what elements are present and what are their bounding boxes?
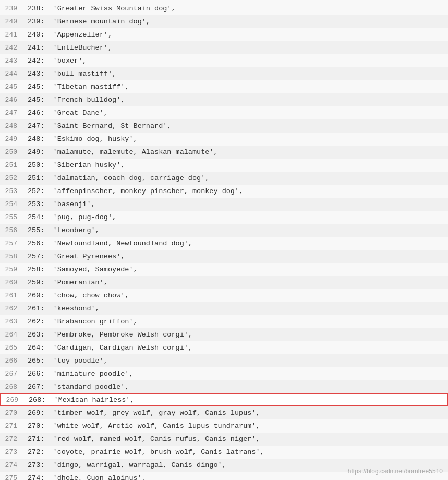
line-content: 265: 'toy poodle', [23,357,448,365]
line-content: 245: 'Tibetan mastiff', [23,83,448,91]
code-line: 257256: 'Newfoundland, Newfoundland dog'… [0,237,448,250]
line-number: 271 [0,422,23,430]
line-number: 250 [0,148,23,156]
line-content: 269: 'timber wolf, grey wolf, gray wolf,… [23,409,448,417]
code-line: 251250: 'Siberian husky', [0,159,448,172]
line-content: 255: 'Leonberg', [23,226,448,234]
line-content: 268: 'Mexican hairless', [25,396,447,404]
line-content: 248: 'Eskimo dog, husky', [23,135,448,143]
line-content: 273: 'dingo, warrigal, warragal, Canis d… [23,461,448,469]
line-content: 251: 'dalmatian, coach dog, carriage dog… [23,174,448,182]
line-number: 246 [0,96,23,104]
code-line: 248247: 'Saint Bernard, St Bernard', [0,119,448,133]
line-content: 256: 'Newfoundland, Newfoundland dog', [23,239,448,247]
line-content: 270: 'white wolf, Arctic wolf, Canis lup… [23,422,448,430]
code-line: 260259: 'Pomeranian', [0,276,448,289]
code-line: 244243: 'bull mastiff', [0,67,448,80]
line-content: 243: 'bull mastiff', [23,70,448,78]
line-number: 264 [0,331,23,339]
line-number: 255 [0,213,23,221]
line-content: 261: 'keeshond', [23,305,448,313]
code-line: 254253: 'basenji', [0,198,448,211]
line-number: 261 [0,292,23,299]
code-line: 273272: 'coyote, prairie wolf, brush wol… [0,446,448,459]
line-content: 258: 'Samoyed, Samoyede', [23,266,448,273]
line-content: 254: 'pug, pug-dog', [23,213,448,221]
line-number: 247 [0,109,23,117]
line-content: 252: 'affenpinscher, monkey pinscher, mo… [23,187,448,195]
code-line: 253252: 'affenpinscher, monkey pinscher,… [0,185,448,198]
code-line: 247246: 'Great Dane', [0,106,448,119]
line-content: 239: 'Bernese mountain dog', [23,18,448,26]
code-line: 241240: 'Appenzeller', [0,28,448,41]
line-content: 257: 'Great Pyrenees', [23,253,448,260]
line-number: 240 [0,18,23,26]
code-line: 263262: 'Brabancon griffon', [0,315,448,328]
code-line: 262261: 'keeshond', [0,302,448,315]
line-number: 263 [0,318,23,326]
line-number: 268 [0,383,23,391]
code-line: 250249: 'malamute, malemute, Alaskan mal… [0,146,448,159]
code-line: 266265: 'toy poodle', [0,354,448,367]
line-number: 272 [0,435,23,443]
code-line: 255254: 'pug, pug-dog', [0,211,448,224]
code-line: 256255: 'Leonberg', [0,224,448,237]
line-content: 238: 'Greater Swiss Mountain dog', [23,5,448,13]
line-content: 272: 'coyote, prairie wolf, brush wolf, … [23,448,448,456]
code-line: 272271: 'red wolf, maned wolf, Canis ruf… [0,433,448,446]
line-number: 259 [0,266,23,273]
line-number: 256 [0,226,23,234]
line-content: 259: 'Pomeranian', [23,279,448,286]
code-line: 265264: 'Cardigan, Cardigan Welsh corgi'… [0,341,448,354]
line-content: 245: 'French bulldog', [23,96,448,104]
code-line: 240239: 'Bernese mountain dog', [0,15,448,28]
line-content: 271: 'red wolf, maned wolf, Canis rufus,… [23,435,448,443]
code-line: 274273: 'dingo, warrigal, warragal, Cani… [0,459,448,472]
line-content: 242: 'boxer', [23,57,448,65]
line-number: 273 [0,448,23,456]
line-content: 253: 'basenji', [23,200,448,208]
code-line: 245245: 'Tibetan mastiff', [0,80,448,93]
line-content: 240: 'Appenzeller', [23,31,448,39]
code-line: 268267: 'standard poodle', [0,380,448,393]
line-content: 262: 'Brabancon griffon', [23,318,448,326]
code-line: 271270: 'white wolf, Arctic wolf, Canis … [0,419,448,433]
code-line: 259258: 'Samoyed, Samoyede', [0,263,448,276]
line-number: 239 [0,5,23,13]
line-content: 267: 'standard poodle', [23,383,448,391]
code-line: 275274: 'dhole, Cuon alpinus', [0,472,448,480]
line-number: 270 [0,409,23,417]
line-number: 241 [0,31,23,39]
code-line: 239238: 'Greater Swiss Mountain dog', [0,2,448,15]
line-number: 254 [0,200,23,208]
line-number: 258 [0,253,23,260]
code-line: 242241: 'EntleBucher', [0,41,448,54]
line-number: 267 [0,370,23,378]
line-content: 274: 'dhole, Cuon alpinus', [23,474,448,480]
line-number: 275 [0,474,23,480]
line-content: 246: 'Great Dane', [23,109,448,117]
line-number: 244 [0,70,23,78]
line-number: 274 [0,461,23,469]
line-content: 263: 'Pembroke, Pembroke Welsh corgi', [23,331,448,339]
line-number: 243 [0,57,23,65]
code-container: 239238: 'Greater Swiss Mountain dog',240… [0,0,448,480]
code-line: 261260: 'chow, chow chow', [0,289,448,302]
line-content: 250: 'Siberian husky', [23,161,448,169]
line-content: 241: 'EntleBucher', [23,44,448,52]
code-line: 264263: 'Pembroke, Pembroke Welsh corgi'… [0,328,448,341]
line-number: 262 [0,305,23,313]
code-line: 269268: 'Mexican hairless', [0,393,448,406]
line-number: 269 [1,396,25,404]
line-number: 252 [0,174,23,182]
code-line: 246245: 'French bulldog', [0,93,448,106]
line-number: 242 [0,44,23,52]
line-number: 251 [0,161,23,169]
code-line: 249248: 'Eskimo dog, husky', [0,133,448,146]
line-number: 253 [0,187,23,195]
line-content: 264: 'Cardigan, Cardigan Welsh corgi', [23,344,448,352]
line-content: 266: 'miniature poodle', [23,370,448,378]
line-content: 260: 'chow, chow chow', [23,292,448,299]
code-line: 243242: 'boxer', [0,54,448,67]
line-number: 248 [0,122,23,130]
